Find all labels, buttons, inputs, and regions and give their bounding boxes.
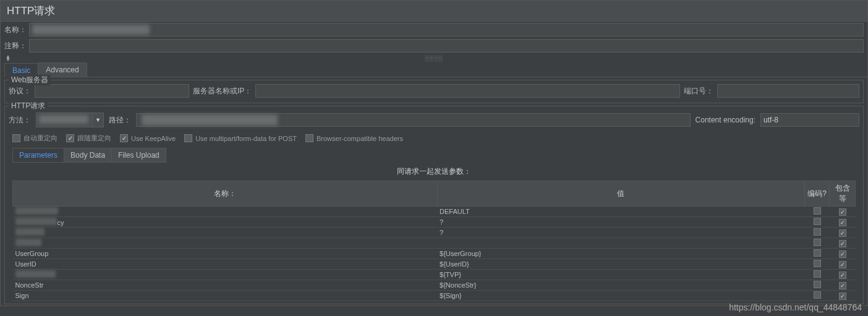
- http-request-panel: HTTP请求 名称： 注释： ▲▼ ░░░░ Basic Advanced We…: [0, 0, 868, 306]
- param-name-cell[interactable]: [13, 228, 438, 238]
- table-row[interactable]: ${TVP}: [13, 270, 856, 280]
- col-include[interactable]: 包含等: [830, 181, 856, 207]
- param-include-cell[interactable]: [830, 238, 856, 249]
- col-name[interactable]: 名称：: [13, 181, 438, 207]
- checkbox-icon[interactable]: [839, 282, 846, 289]
- main-tab-bar: Basic Advanced: [4, 62, 867, 77]
- param-name-cell[interactable]: [13, 207, 438, 217]
- param-include-cell[interactable]: [830, 228, 856, 238]
- param-name-cell[interactable]: [13, 238, 438, 249]
- params-table: 名称： 值 编码? 包含等 DEFAULTcy??UserGroup${User…: [12, 181, 856, 301]
- checkbox-icon[interactable]: [814, 249, 821, 257]
- param-include-cell[interactable]: [830, 270, 856, 280]
- checkbox-icon[interactable]: [814, 239, 821, 246]
- checkbox-icon[interactable]: [814, 270, 821, 278]
- param-value-cell[interactable]: ${TVP}: [437, 270, 804, 280]
- param-include-cell[interactable]: [830, 280, 856, 291]
- table-row[interactable]: NonceStr${NonceStr}: [13, 280, 856, 291]
- table-row[interactable]: UserID${UserID}: [13, 259, 856, 270]
- param-include-cell[interactable]: [830, 259, 856, 270]
- param-encode-cell[interactable]: [805, 217, 830, 228]
- param-include-cell[interactable]: [830, 291, 856, 301]
- port-field[interactable]: [717, 84, 859, 98]
- param-encode-cell[interactable]: [805, 270, 830, 280]
- checkbox-icon[interactable]: [839, 293, 846, 300]
- table-row[interactable]: DEFAULT: [13, 207, 856, 217]
- splitter-arrows-icon: ▲▼: [6, 55, 11, 61]
- checkbox-icon[interactable]: [839, 240, 846, 247]
- comment-field[interactable]: [29, 39, 864, 53]
- checkbox-icon[interactable]: [839, 261, 846, 268]
- param-value-cell[interactable]: DEFAULT: [437, 207, 804, 217]
- param-encode-cell[interactable]: [805, 238, 830, 249]
- method-dropdown[interactable]: ▼: [36, 113, 104, 127]
- method-label: 方法：: [9, 115, 31, 126]
- param-encode-cell[interactable]: [805, 207, 830, 217]
- follow-redirect-label: 跟随重定向: [77, 134, 111, 143]
- table-row[interactable]: Sign${Sign}: [13, 291, 856, 301]
- tab-body-data[interactable]: Body Data: [64, 148, 112, 163]
- tab-files-upload[interactable]: Files Upload: [111, 148, 166, 163]
- param-value-cell[interactable]: [437, 238, 804, 249]
- multipart-checkbox[interactable]: Use multipart/form-data for POST: [184, 134, 297, 142]
- checkbox-icon[interactable]: [814, 218, 821, 225]
- param-tab-bar: Parameters Body Data Files Upload: [12, 148, 859, 163]
- checkbox-icon[interactable]: [839, 271, 846, 279]
- param-encode-cell[interactable]: [805, 291, 830, 301]
- name-field[interactable]: [29, 23, 864, 36]
- panel-title: HTTP请求: [1, 1, 867, 22]
- checkbox-icon[interactable]: [814, 207, 821, 215]
- param-name-cell[interactable]: cy: [13, 217, 438, 228]
- splitter[interactable]: ▲▼ ░░░░: [1, 54, 867, 62]
- param-value-cell[interactable]: ${NonceStr}: [437, 280, 804, 291]
- server-field[interactable]: [255, 84, 680, 98]
- protocol-field[interactable]: [35, 84, 189, 98]
- col-value[interactable]: 值: [437, 181, 804, 207]
- param-encode-cell[interactable]: [805, 280, 830, 291]
- col-encode[interactable]: 编码?: [805, 181, 830, 207]
- table-row[interactable]: ?: [13, 228, 856, 238]
- follow-redirect-checkbox[interactable]: 跟随重定向: [66, 134, 111, 143]
- param-value-cell[interactable]: ?: [437, 228, 804, 238]
- checkbox-icon[interactable]: [839, 229, 846, 237]
- checkbox-icon[interactable]: [814, 281, 821, 288]
- checkbox-icon[interactable]: [814, 260, 821, 267]
- table-row[interactable]: [13, 238, 856, 249]
- browser-compat-label: Browser-compatible headers: [317, 135, 403, 142]
- param-include-cell[interactable]: [830, 217, 856, 228]
- param-value-cell[interactable]: ${UserID}: [437, 259, 804, 270]
- encoding-field[interactable]: [760, 113, 859, 127]
- options-row: 自动重定向 跟随重定向 Use KeepAlive Use multipart/…: [9, 130, 859, 144]
- param-encode-cell[interactable]: [805, 228, 830, 238]
- param-name-cell[interactable]: NonceStr: [13, 280, 438, 291]
- param-name-cell[interactable]: UserID: [13, 259, 438, 270]
- auto-redirect-checkbox[interactable]: 自动重定向: [12, 134, 57, 143]
- param-name-cell[interactable]: Sign: [13, 291, 438, 301]
- checkbox-icon[interactable]: [839, 219, 846, 226]
- table-row[interactable]: cy?: [13, 217, 856, 228]
- checkbox-icon[interactable]: [814, 291, 821, 299]
- tab-parameters[interactable]: Parameters: [12, 148, 64, 163]
- path-field[interactable]: [136, 113, 691, 127]
- param-value-cell[interactable]: ${Sign}: [437, 291, 804, 301]
- param-name-cell[interactable]: [13, 270, 438, 280]
- auto-redirect-label: 自动重定向: [23, 134, 57, 143]
- param-name-cell[interactable]: UserGroup: [13, 249, 438, 259]
- checkbox-icon[interactable]: [839, 250, 846, 258]
- protocol-label: 协议：: [9, 86, 31, 96]
- param-include-cell[interactable]: [830, 249, 856, 259]
- browser-compat-checkbox[interactable]: Browser-compatible headers: [305, 134, 403, 142]
- param-encode-cell[interactable]: [805, 259, 830, 270]
- keepalive-checkbox[interactable]: Use KeepAlive: [120, 134, 176, 142]
- grip-icon: ░░░░: [425, 55, 443, 61]
- param-value-cell[interactable]: ${UserGroup}: [437, 249, 804, 259]
- param-value-cell[interactable]: ?: [437, 217, 804, 228]
- comment-label: 注释：: [4, 41, 27, 51]
- http-request-legend: HTTP请求: [9, 101, 48, 111]
- param-encode-cell[interactable]: [805, 249, 830, 259]
- table-row[interactable]: UserGroup${UserGroup}: [13, 249, 856, 259]
- checkbox-icon[interactable]: [839, 208, 846, 216]
- port-label: 端口号：: [684, 86, 713, 96]
- checkbox-icon[interactable]: [814, 228, 821, 236]
- param-include-cell[interactable]: [830, 207, 856, 217]
